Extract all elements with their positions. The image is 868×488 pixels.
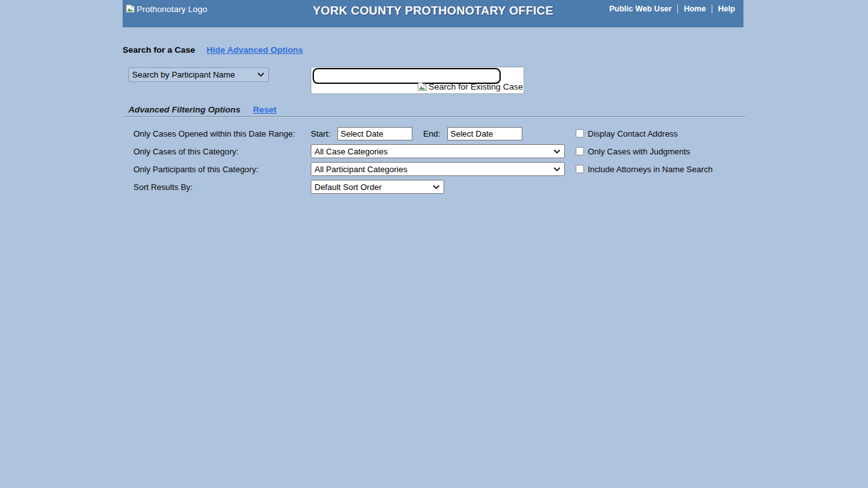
filter-row-date-range: Only Cases Opened within this Date Range… [123, 125, 745, 142]
divider [123, 116, 745, 118]
hide-advanced-options-link[interactable]: Hide Advanced Options [207, 45, 303, 55]
reset-link[interactable]: Reset [253, 105, 276, 114]
include-attorneys-option: Include Attorneys in Name Search [576, 165, 713, 174]
case-category-selected-value: All Case Categories [315, 147, 388, 156]
case-category-select[interactable]: All Case Categories [311, 144, 565, 158]
display-contact-address-checkbox[interactable] [576, 130, 584, 138]
display-contact-address-option: Display Contact Address [576, 129, 678, 139]
section-title: Search for a Case [123, 45, 195, 55]
checkbox-label: Display Contact Address [588, 129, 678, 139]
chevron-down-icon [257, 72, 264, 77]
nav-public-web-user[interactable]: Public Web User [604, 4, 677, 13]
chevron-down-icon [553, 167, 560, 172]
search-section-head: Search for a Case Hide Advanced Options [123, 45, 303, 55]
start-date-input[interactable] [337, 127, 412, 140]
participant-category-selected-value: All Participant Categories [315, 165, 407, 174]
checkbox-label: Only Cases with Judgments [588, 147, 690, 156]
filter-row-sort-order: Sort Results By: Default Sort Order [123, 178, 745, 196]
checkbox-label: Include Attorneys in Name Search [588, 165, 713, 174]
sort-order-select[interactable]: Default Sort Order [311, 180, 444, 194]
end-date-label: End: [423, 129, 440, 139]
page-container: Prothonotary Logo YORK COUNTY PROTHONOTA… [123, 0, 745, 488]
only-cases-with-judgments-checkbox[interactable] [576, 147, 584, 156]
end-date-input[interactable] [447, 127, 522, 140]
filter-row-case-category: Only Cases of this Category: All Case Ca… [123, 142, 745, 160]
only-cases-with-judgments-option: Only Cases with Judgments [576, 147, 690, 156]
filter-row-participant-category: Only Participants of this Category: All … [123, 160, 745, 178]
start-date-label: Start: [311, 129, 330, 139]
advanced-options-head: Advanced Filtering Options Reset [128, 105, 276, 114]
search-box: Search for Existing Case [311, 67, 524, 94]
sort-order-selected-value: Default Sort Order [315, 182, 382, 192]
nav-help[interactable]: Help [712, 4, 741, 13]
chevron-down-icon [553, 149, 560, 154]
broken-image-icon [417, 83, 428, 92]
search-button-alt-text: Search for Existing Case [428, 82, 523, 92]
search-by-selected-value: Search by Participant Name [132, 70, 235, 79]
participant-category-select[interactable]: All Participant Categories [311, 162, 565, 176]
nav-home[interactable]: Home [678, 4, 712, 13]
search-button[interactable]: Search for Existing Case [417, 82, 523, 92]
date-range-label: Only Cases Opened within this Date Range… [123, 129, 311, 139]
chevron-down-icon [433, 185, 440, 189]
include-attorneys-checkbox[interactable] [576, 165, 584, 173]
header-bar: Prothonotary Logo YORK COUNTY PROTHONOTA… [123, 0, 743, 27]
header-nav: Public Web User Home Help [604, 4, 741, 13]
sort-order-label: Sort Results By: [123, 182, 311, 192]
case-category-label: Only Cases of this Category: [123, 147, 311, 156]
advanced-options-title: Advanced Filtering Options [128, 105, 240, 114]
search-by-select[interactable]: Search by Participant Name [128, 67, 269, 82]
participant-category-label: Only Participants of this Category: [123, 165, 311, 174]
